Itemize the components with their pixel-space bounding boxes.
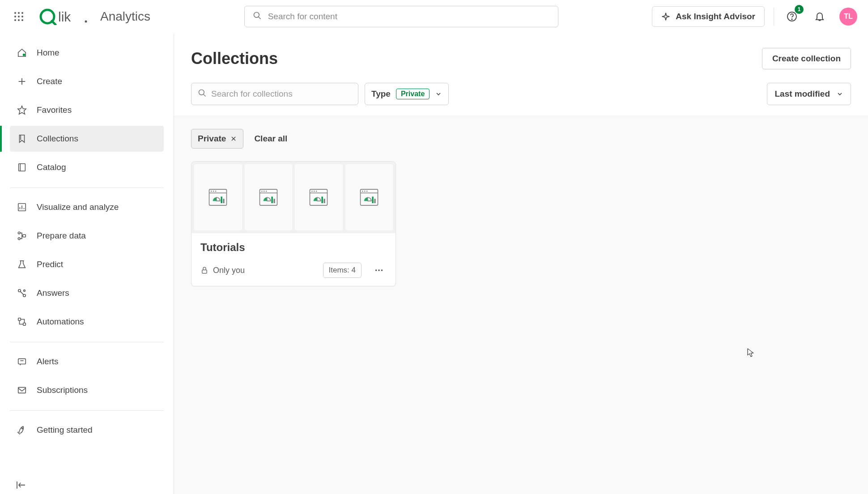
close-icon bbox=[230, 136, 237, 142]
svg-text:lik: lik bbox=[58, 9, 71, 24]
sidebar-item-create[interactable]: Create bbox=[10, 68, 164, 94]
svg-point-16 bbox=[791, 19, 792, 20]
collection-card[interactable]: Tutorials Only you Items: 4 bbox=[191, 161, 396, 286]
sidebar-item-label: Alerts bbox=[37, 357, 59, 366]
visibility-text: Only you bbox=[213, 266, 245, 275]
lock-icon bbox=[200, 266, 208, 274]
create-collection-button[interactable]: Create collection bbox=[762, 48, 851, 69]
notifications-button[interactable] bbox=[810, 7, 830, 26]
collapse-sidebar-button[interactable] bbox=[16, 481, 27, 491]
sidebar-item-collections[interactable]: Collections bbox=[10, 126, 164, 152]
collection-search-input[interactable] bbox=[211, 89, 352, 99]
svg-point-54 bbox=[261, 191, 262, 192]
svg-rect-38 bbox=[18, 388, 26, 393]
svg-point-1 bbox=[18, 12, 20, 14]
sort-label: Last modified bbox=[774, 89, 830, 99]
svg-rect-51 bbox=[223, 199, 225, 203]
svg-point-12 bbox=[85, 21, 87, 23]
svg-point-68 bbox=[362, 191, 363, 192]
svg-point-4 bbox=[18, 16, 20, 17]
flask-icon bbox=[16, 260, 28, 269]
alert-icon bbox=[16, 357, 28, 366]
global-search-input[interactable] bbox=[268, 12, 550, 21]
svg-point-47 bbox=[211, 191, 212, 192]
svg-point-13 bbox=[254, 13, 259, 18]
app-launcher-button[interactable] bbox=[11, 9, 27, 25]
svg-line-10 bbox=[52, 21, 55, 25]
svg-point-62 bbox=[314, 191, 315, 192]
help-button[interactable]: 1 bbox=[782, 7, 802, 26]
visibility-label: Only you bbox=[200, 266, 245, 275]
svg-point-28 bbox=[18, 238, 20, 240]
svg-point-74 bbox=[375, 269, 377, 271]
svg-rect-21 bbox=[19, 164, 26, 171]
svg-rect-65 bbox=[324, 199, 325, 203]
svg-point-41 bbox=[199, 90, 204, 95]
svg-point-39 bbox=[22, 428, 23, 429]
rocket-icon bbox=[16, 425, 28, 435]
sidebar-item-label: Visualize and analyze bbox=[37, 202, 119, 212]
svg-point-63 bbox=[316, 191, 317, 192]
divider bbox=[10, 342, 164, 342]
avatar-initials: TL bbox=[844, 13, 853, 21]
svg-rect-29 bbox=[23, 234, 26, 237]
sidebar-item-home[interactable]: Home bbox=[10, 40, 164, 66]
collection-search[interactable] bbox=[191, 83, 358, 105]
type-filter-value: Private bbox=[396, 89, 430, 99]
sidebar-item-label: Subscriptions bbox=[37, 385, 88, 395]
card-title: Tutorials bbox=[200, 241, 387, 254]
svg-rect-34 bbox=[18, 318, 21, 321]
svg-point-3 bbox=[14, 16, 16, 17]
svg-point-8 bbox=[21, 19, 23, 21]
active-filter-chip[interactable]: Private bbox=[191, 129, 243, 149]
sidebar-item-label: Getting started bbox=[37, 425, 93, 435]
plus-icon bbox=[16, 77, 28, 86]
thumbnail bbox=[345, 164, 393, 230]
sidebar-item-favorites[interactable]: Favorites bbox=[10, 97, 164, 123]
sidebar-item-label: Predict bbox=[37, 260, 63, 269]
card-more-button[interactable] bbox=[371, 263, 387, 278]
clear-all-button[interactable]: Clear all bbox=[254, 134, 287, 144]
sidebar-item-catalog[interactable]: Catalog bbox=[10, 154, 164, 180]
sidebar-item-predict[interactable]: Predict bbox=[10, 251, 164, 277]
qlik-logo[interactable]: lik bbox=[39, 8, 89, 25]
sidebar-item-answers[interactable]: Answers bbox=[10, 280, 164, 306]
svg-point-48 bbox=[213, 191, 214, 192]
user-avatar[interactable]: TL bbox=[839, 8, 857, 26]
flow-icon bbox=[16, 231, 28, 241]
sparkle-icon bbox=[661, 12, 670, 21]
global-search[interactable] bbox=[244, 6, 558, 27]
svg-point-6 bbox=[14, 19, 16, 21]
sidebar-item-getting-started[interactable]: Getting started bbox=[10, 417, 164, 443]
sidebar-item-label: Favorites bbox=[37, 105, 72, 115]
sidebar-item-alerts[interactable]: Alerts bbox=[10, 349, 164, 375]
ask-insight-advisor-button[interactable]: Ask Insight Advisor bbox=[652, 6, 765, 27]
thumbnail bbox=[295, 164, 343, 230]
svg-line-42 bbox=[204, 94, 206, 97]
svg-point-0 bbox=[14, 12, 16, 14]
app-icon bbox=[357, 186, 381, 209]
sidebar-item-automations[interactable]: Automations bbox=[10, 309, 164, 335]
thumbnail bbox=[194, 164, 242, 230]
bell-icon bbox=[814, 11, 825, 22]
star-icon bbox=[16, 105, 28, 115]
svg-point-2 bbox=[21, 12, 23, 14]
sidebar-item-subscriptions[interactable]: Subscriptions bbox=[10, 377, 164, 403]
sidebar-item-visualize[interactable]: Visualize and analyze bbox=[10, 194, 164, 220]
app-icon bbox=[206, 186, 230, 209]
svg-rect-36 bbox=[18, 359, 26, 364]
sidebar: Home Create Favorites Collections Catalo… bbox=[0, 34, 174, 494]
svg-point-55 bbox=[264, 191, 264, 192]
sort-dropdown[interactable]: Last modified bbox=[767, 83, 851, 105]
svg-rect-73 bbox=[202, 270, 207, 273]
type-filter-label: Type bbox=[371, 89, 391, 99]
home-icon bbox=[16, 48, 28, 58]
sidebar-item-prepare-data[interactable]: Prepare data bbox=[10, 223, 164, 249]
thumbnail bbox=[245, 164, 293, 230]
svg-rect-72 bbox=[374, 199, 375, 203]
svg-rect-35 bbox=[23, 323, 26, 326]
type-filter-dropdown[interactable]: Type Private bbox=[365, 83, 449, 105]
svg-line-14 bbox=[258, 17, 260, 19]
svg-point-70 bbox=[366, 191, 367, 192]
svg-point-17 bbox=[23, 54, 26, 56]
